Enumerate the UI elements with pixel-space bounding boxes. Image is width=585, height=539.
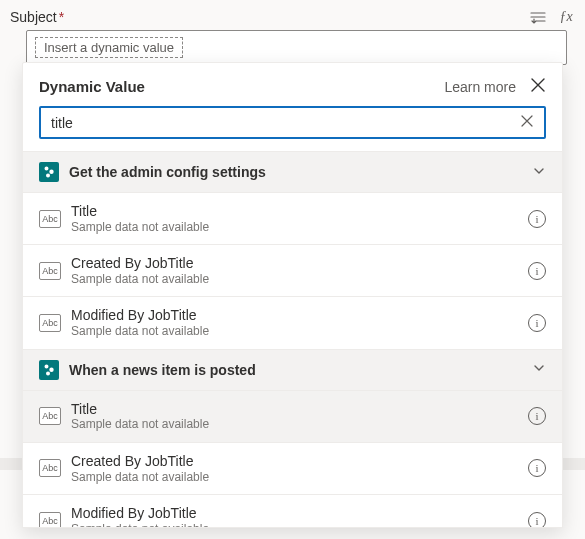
group-header[interactable]: When a news item is posted	[23, 350, 562, 391]
info-icon[interactable]: i	[528, 459, 546, 477]
info-icon[interactable]: i	[528, 407, 546, 425]
item-subtext: Sample data not available	[71, 272, 209, 286]
tokens-icon[interactable]	[529, 8, 547, 26]
item-subtext: Sample data not available	[71, 417, 209, 431]
text-type-icon: Abc	[39, 459, 61, 477]
text-type-icon: Abc	[39, 262, 61, 280]
item-name: Title	[71, 401, 209, 418]
sharepoint-icon	[39, 162, 59, 182]
item-name: Created By JobTitle	[71, 453, 209, 470]
item-name: Created By JobTitle	[71, 255, 209, 272]
info-icon[interactable]: i	[528, 262, 546, 280]
info-icon[interactable]: i	[528, 512, 546, 527]
dropdown-title: Dynamic Value	[39, 78, 145, 95]
text-type-icon: Abc	[39, 407, 61, 425]
group-title: Get the admin config settings	[69, 164, 266, 180]
item-subtext: Sample data not available	[71, 522, 209, 527]
subject-input[interactable]: Insert a dynamic value	[26, 30, 567, 65]
item-name: Modified By JobTitle	[71, 505, 209, 522]
dynamic-value-item[interactable]: AbcCreated By JobTitleSample data not av…	[23, 443, 562, 495]
close-icon[interactable]	[530, 77, 546, 96]
chevron-down-icon[interactable]	[532, 164, 546, 181]
info-icon[interactable]: i	[528, 314, 546, 332]
item-name: Modified By JobTitle	[71, 307, 209, 324]
search-input[interactable]	[39, 106, 546, 139]
fx-icon[interactable]: ƒx	[557, 8, 575, 26]
search-text[interactable]	[51, 115, 520, 131]
sharepoint-icon	[39, 360, 59, 380]
dynamic-value-item[interactable]: AbcCreated By JobTitleSample data not av…	[23, 245, 562, 297]
chevron-down-icon[interactable]	[532, 361, 546, 378]
info-icon[interactable]: i	[528, 210, 546, 228]
clear-search-icon[interactable]	[520, 114, 534, 131]
dynamic-value-dropdown: Dynamic Value Learn more Get the admin c…	[22, 62, 563, 528]
item-subtext: Sample data not available	[71, 324, 209, 338]
learn-more-link[interactable]: Learn more	[444, 79, 516, 95]
text-type-icon: Abc	[39, 314, 61, 332]
required-indicator: *	[59, 9, 64, 25]
group-title: When a news item is posted	[69, 362, 256, 378]
group-header[interactable]: Get the admin config settings	[23, 152, 562, 193]
dynamic-value-item[interactable]: AbcTitleSample data not availablei	[23, 391, 562, 443]
item-subtext: Sample data not available	[71, 220, 209, 234]
dynamic-value-item[interactable]: AbcTitleSample data not availablei	[23, 193, 562, 245]
dropdown-body: Get the admin config settingsAbcTitleSam…	[23, 151, 562, 527]
field-label: Subject	[10, 9, 57, 25]
text-type-icon: Abc	[39, 210, 61, 228]
text-type-icon: Abc	[39, 512, 61, 527]
item-subtext: Sample data not available	[71, 470, 209, 484]
dynamic-value-item[interactable]: AbcModified By JobTitleSample data not a…	[23, 297, 562, 349]
dynamic-value-item[interactable]: AbcModified By JobTitleSample data not a…	[23, 495, 562, 527]
dynamic-value-placeholder-chip[interactable]: Insert a dynamic value	[35, 37, 183, 58]
item-name: Title	[71, 203, 209, 220]
